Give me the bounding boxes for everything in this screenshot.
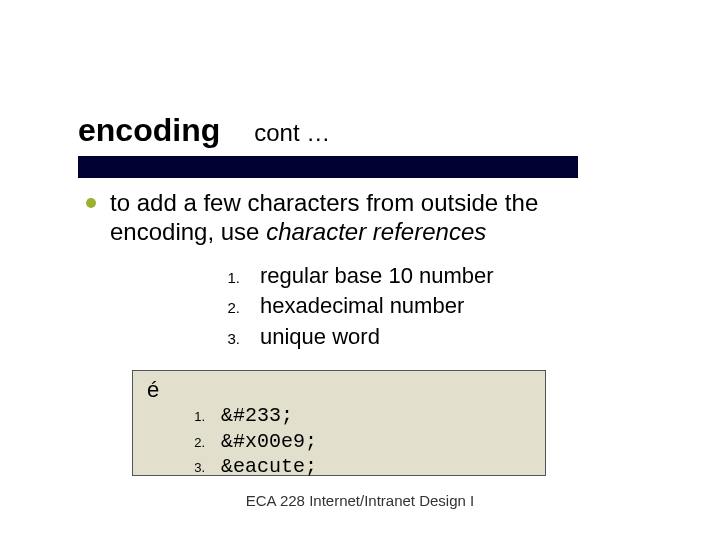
list-item: 1. regular base 10 number	[220, 261, 646, 292]
list-text: regular base 10 number	[260, 261, 494, 292]
char-ref: &#x00e9;	[221, 429, 317, 455]
example-box: é 1. &#233; 2. &#x00e9; 3. &eacute;	[132, 370, 546, 476]
bullet-1: to add a few characters from outside the…	[86, 188, 646, 247]
example-char: é	[147, 377, 531, 403]
list-number: 3.	[220, 328, 240, 349]
char-ref: &#233;	[221, 403, 293, 429]
list-item: 2. &#x00e9;	[191, 429, 531, 455]
sublist-1: 1. regular base 10 number 2. hexadecimal…	[220, 261, 646, 353]
bullet-1-em: character references	[266, 218, 486, 245]
title-underline	[78, 156, 578, 178]
list-number: 2.	[191, 435, 205, 452]
list-text: hexadecimal number	[260, 291, 464, 322]
title-main: encoding	[78, 112, 220, 149]
bullet-dot-icon	[86, 198, 96, 208]
slide-title: encoding cont …	[78, 112, 330, 149]
list-number: 1.	[191, 409, 205, 426]
bullet-1-text: to add a few characters from outside the…	[110, 188, 646, 247]
list-text: unique word	[260, 322, 380, 353]
list-number: 3.	[191, 460, 205, 477]
list-number: 1.	[220, 267, 240, 288]
list-item: 1. &#233;	[191, 403, 531, 429]
list-item: 3. &eacute;	[191, 454, 531, 480]
body: to add a few characters from outside the…	[86, 188, 646, 353]
slide: encoding cont … to add a few characters …	[0, 0, 720, 540]
title-continued: cont …	[254, 119, 330, 147]
list-item: 2. hexadecimal number	[220, 291, 646, 322]
list-item: 3. unique word	[220, 322, 646, 353]
list-number: 2.	[220, 297, 240, 318]
char-ref: &eacute;	[221, 454, 317, 480]
footer: ECA 228 Internet/Intranet Design I	[0, 492, 720, 509]
